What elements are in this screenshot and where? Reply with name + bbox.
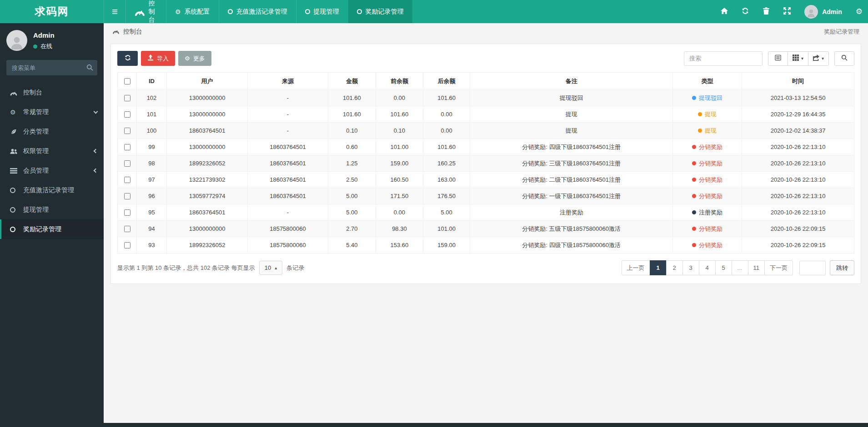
column-header: 后余额 — [423, 73, 470, 90]
page-button[interactable]: 3 — [682, 260, 699, 275]
table-row: 9713221739302186037645012.50160.50163.00… — [118, 172, 854, 188]
home-button[interactable] — [721, 7, 728, 16]
page-size-select[interactable]: 10 ▴ — [259, 261, 283, 275]
cell-id: 95 — [137, 204, 167, 221]
topbar-tab[interactable]: 奖励记录管理 — [348, 0, 413, 23]
topbar-tab[interactable]: 充值激活记录管理 — [219, 0, 296, 23]
cell-id: 101 — [137, 106, 167, 123]
user-name-label: Admin — [822, 8, 842, 15]
circle-icon — [305, 9, 310, 14]
type-link[interactable]: 注册奖励 — [699, 209, 722, 216]
page-button-label[interactable]: 4 — [699, 260, 716, 275]
page-button-label[interactable]: 2 — [666, 260, 683, 275]
row-checkbox[interactable] — [124, 193, 130, 199]
user-menu[interactable]: Admin — [804, 5, 842, 19]
next-page-button-label[interactable]: 下一页 — [764, 260, 793, 275]
type-link[interactable]: 分销奖励 — [699, 160, 722, 167]
page-button-label[interactable]: 1 — [650, 260, 667, 275]
prev-page-button-label[interactable]: 上一页 — [622, 260, 650, 275]
cell-remark: 分销奖励: 五级下级18575800060激活 — [470, 221, 673, 237]
cell-user: 13000000000 — [167, 221, 248, 237]
jump-button[interactable]: 跳转 — [830, 260, 854, 275]
trash-icon — [763, 7, 770, 16]
type-link[interactable]: 分销奖励 — [699, 242, 722, 248]
type-link[interactable]: 提现 — [705, 127, 717, 134]
sidebar-item[interactable]: 奖励记录管理 — [0, 219, 104, 239]
sidebar-item-label: 奖励记录管理 — [23, 225, 61, 233]
jump-page-input[interactable] — [799, 261, 826, 275]
page-button[interactable]: 2 — [666, 260, 683, 275]
type-link[interactable]: 分销奖励 — [699, 144, 722, 150]
more-button[interactable]: ⚙ 更多 — [178, 51, 211, 66]
row-checkbox[interactable] — [124, 226, 130, 232]
row-checkbox[interactable] — [124, 242, 130, 248]
row-checkbox[interactable] — [124, 111, 130, 118]
export-button[interactable]: ▾ — [808, 51, 829, 66]
cell-after-balance: 0.00 — [423, 106, 470, 123]
sidebar-item-label: 常规管理 — [23, 108, 49, 116]
page-button[interactable]: 11 — [748, 260, 765, 275]
cell-id: 102 — [137, 90, 167, 106]
page-button[interactable]: 4 — [699, 260, 716, 275]
person-icon — [807, 8, 816, 19]
row-checkbox[interactable] — [124, 95, 130, 101]
page-ellipsis[interactable]: ... — [732, 260, 748, 275]
topbar-tab[interactable]: 提现管理 — [296, 0, 348, 23]
sidebar-item-label: 充值激活记录管理 — [23, 186, 74, 194]
cell-source: - — [248, 204, 328, 221]
next-page-button[interactable]: 下一页 — [764, 260, 793, 275]
row-checkbox[interactable] — [124, 177, 130, 183]
select-all-checkbox[interactable] — [124, 78, 130, 84]
columns-button[interactable]: ▾ — [788, 51, 808, 66]
column-header: 时间 — [742, 73, 854, 90]
type-link[interactable]: 提现 — [705, 111, 717, 118]
row-checkbox[interactable] — [124, 144, 130, 150]
fullscreen-button[interactable] — [783, 7, 791, 16]
column-header: 前余额 — [376, 73, 423, 90]
cell-type: 注册奖励 — [672, 204, 742, 221]
sidebar-search-input[interactable] — [6, 60, 97, 75]
clear-cache-button[interactable] — [763, 7, 770, 16]
cell-amount: 101.60 — [328, 90, 376, 106]
page-button-label[interactable]: 3 — [682, 260, 699, 275]
row-checkbox[interactable] — [124, 209, 130, 216]
import-button[interactable]: 导入 — [141, 51, 175, 66]
sidebar-item[interactable]: 权限管理 — [0, 141, 104, 161]
prev-page-button[interactable]: 上一页 — [622, 260, 650, 275]
page-button-label[interactable]: 11 — [748, 260, 765, 275]
search-button[interactable] — [834, 51, 854, 66]
page-button[interactable]: 5 — [715, 260, 732, 275]
cell-user: 13059772974 — [167, 188, 248, 204]
page-button[interactable]: 1 — [650, 260, 667, 275]
type-link[interactable]: 分销奖励 — [699, 225, 722, 232]
online-dot-icon — [33, 45, 37, 49]
circle-icon — [228, 9, 233, 14]
home-icon — [721, 7, 728, 16]
topbar-tab[interactable]: 控制台 — [125, 0, 166, 23]
table-header-row: ID用户来源金额前余额后余额备注类型时间 — [118, 73, 854, 90]
breadcrumb-label[interactable]: 控制台 — [123, 28, 142, 36]
refresh-button[interactable] — [742, 7, 749, 16]
type-link[interactable]: 分销奖励 — [699, 176, 722, 183]
sidebar-item[interactable]: 分类管理 — [0, 122, 104, 141]
topbar-tab[interactable]: ⚙系统配置 — [166, 0, 219, 23]
dashboard-icon — [10, 89, 17, 96]
page-button-label[interactable]: 5 — [715, 260, 732, 275]
sidebar-toggle-button[interactable]: ≡ — [104, 0, 125, 23]
sidebar-item[interactable]: 会员管理 — [0, 161, 104, 180]
sidebar-item[interactable]: 充值激活记录管理 — [0, 180, 104, 200]
table-search-input[interactable] — [684, 51, 763, 66]
sidebar-item[interactable]: 提现管理 — [0, 200, 104, 219]
sidebar-item[interactable]: 控制台 — [0, 83, 104, 102]
page-ellipsis-label[interactable]: ... — [732, 260, 748, 275]
refresh-table-button[interactable] — [117, 51, 138, 66]
settings-button[interactable]: ⚙ — [856, 8, 863, 15]
type-link[interactable]: 提现驳回 — [699, 94, 722, 101]
detail-view-button[interactable] — [768, 51, 788, 66]
row-checkbox[interactable] — [124, 128, 130, 134]
cell-source: - — [248, 90, 328, 106]
cell-user: 18992326052 — [167, 237, 248, 253]
row-checkbox[interactable] — [124, 160, 130, 167]
type-link[interactable]: 分销奖励 — [699, 193, 722, 199]
sidebar-item[interactable]: ⚙常规管理 — [0, 102, 104, 122]
